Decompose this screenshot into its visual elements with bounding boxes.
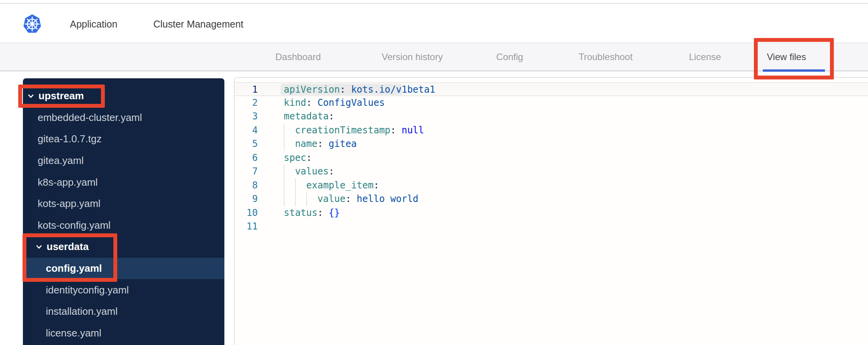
line-number: 11 — [234, 220, 258, 234]
tree-file-gitea-1-0-7-tgz[interactable]: gitea-1.0.7.tgz — [23, 128, 224, 150]
tree-file-embedded-cluster-yaml[interactable]: embedded-cluster.yaml — [23, 107, 224, 129]
header-tab-application[interactable]: Application — [70, 4, 117, 42]
line-number: 6 — [234, 151, 258, 165]
subnav-tab-view-files[interactable]: View files — [767, 43, 806, 71]
token-plain — [345, 84, 351, 95]
code-line-10: 10status: {} — [234, 206, 868, 220]
app-subnav: DashboardVersion historyConfigTroublesho… — [0, 43, 868, 71]
tree-folder-upstream[interactable]: upstream — [23, 85, 224, 107]
line-number: 4 — [234, 124, 258, 138]
token-key: spec — [284, 152, 306, 163]
code-line-content: value: hello world — [284, 192, 418, 206]
token-punct: : — [306, 97, 312, 108]
chevron-down-icon — [28, 94, 34, 98]
token-punct: : — [318, 207, 323, 218]
token-key: value — [318, 193, 345, 204]
token-kw: null — [401, 125, 424, 136]
tree-folder-userdata[interactable]: userdata — [23, 236, 224, 258]
file-tree-sidebar: upstreamembedded-cluster.yamlgitea-1.0.7… — [23, 78, 224, 345]
tree-file-installation-yaml[interactable]: installation.yaml — [23, 301, 224, 323]
code-line-content: metadata: — [284, 110, 334, 124]
token-punct: : — [391, 125, 396, 136]
token-punct: : — [373, 180, 379, 191]
token-bracket: {} — [329, 207, 340, 218]
token-key: values — [295, 166, 329, 177]
token-str: kots.io/v1beta1 — [351, 84, 435, 95]
code-line-5: 5 name: gitea — [234, 137, 868, 151]
file-content-editor[interactable]: 1apiVersion: kots.io/v1beta12kind: Confi… — [234, 77, 868, 345]
code-indent — [284, 180, 306, 191]
folder-label: upstream — [38, 90, 84, 102]
code-line-6: 6spec: — [234, 151, 868, 165]
subnav-tab-config[interactable]: Config — [496, 43, 523, 71]
active-subnav-tab-underline — [763, 69, 825, 72]
token-key: name — [295, 138, 318, 149]
tree-file-k8s-app-yaml[interactable]: k8s-app.yaml — [23, 171, 224, 193]
token-key: creationTimestamp — [295, 125, 391, 136]
token-key: metadata — [284, 111, 329, 122]
token-plain — [323, 207, 328, 218]
line-number: 3 — [234, 110, 258, 124]
token-str: gitea — [329, 138, 357, 149]
subnav-tab-dashboard[interactable]: Dashboard — [275, 43, 321, 71]
code-indent — [284, 166, 295, 177]
token-punct: : — [345, 193, 351, 204]
line-number: 10 — [234, 206, 258, 220]
code-indent — [284, 138, 295, 149]
tree-file-identityconfig-yaml[interactable]: identityconfig.yaml — [23, 279, 224, 301]
code-line-7: 7 values: — [234, 165, 868, 179]
code-line-1[interactable]: 1apiVersion: kots.io/v1beta1 — [234, 82, 868, 96]
line-number: 1 — [234, 83, 258, 95]
token-plain — [351, 193, 356, 204]
tree-file-kots-app-yaml[interactable]: kots-app.yaml — [23, 193, 224, 215]
tree-file-config-yaml[interactable]: config.yaml — [23, 258, 224, 279]
code-line-content: name: gitea — [284, 137, 357, 151]
file-label: license.yaml — [46, 327, 101, 339]
subnav-tab-version-history[interactable]: Version history — [382, 43, 443, 71]
token-key: example_item — [306, 180, 373, 191]
file-label: embedded-cluster.yaml — [38, 112, 142, 124]
token-plain — [323, 138, 328, 149]
code-line-11: 11 — [234, 220, 868, 234]
tree-file-gitea-yaml[interactable]: gitea.yaml — [23, 150, 224, 172]
folder-label: userdata — [47, 241, 89, 253]
file-label: kots-config.yaml — [38, 219, 111, 231]
code-line-content: kind: ConfigValues — [284, 96, 385, 110]
code-line-content: creationTimestamp: null — [284, 124, 424, 138]
token-key: status — [284, 207, 318, 218]
code-indent — [284, 125, 295, 136]
subnav-tab-troubleshoot[interactable]: Troubleshoot — [578, 43, 632, 71]
code-line-8: 8 example_item: — [234, 179, 868, 193]
code-indent — [284, 193, 318, 204]
kubernetes-logo-icon — [23, 14, 41, 34]
code-line-content: apiVersion: kots.io/v1beta1 — [284, 83, 435, 95]
file-label: gitea.yaml — [38, 155, 84, 167]
token-str: ConfigValues — [318, 97, 385, 108]
subnav-tab-license[interactable]: License — [689, 43, 721, 71]
line-number: 5 — [234, 137, 258, 151]
token-key: apiVersion — [284, 84, 340, 95]
token-punct: : — [329, 166, 334, 177]
line-number: 2 — [234, 96, 258, 110]
header-tab-cluster-management[interactable]: Cluster Management — [153, 4, 243, 42]
code-line-content: example_item: — [284, 179, 379, 193]
token-plain — [396, 125, 401, 136]
kots-admin-console: ApplicationCluster Management DashboardV… — [0, 0, 868, 345]
code-line-3: 3metadata: — [234, 110, 868, 124]
file-label: installation.yaml — [46, 305, 118, 317]
file-label: config.yaml — [46, 262, 102, 274]
file-label: gitea-1.0.7.tgz — [38, 133, 102, 145]
code-line-content: status: {} — [284, 206, 340, 220]
tree-file-license-yaml[interactable]: license.yaml — [23, 323, 224, 344]
tree-file-kots-config-yaml[interactable]: kots-config.yaml — [23, 215, 224, 236]
line-number: 8 — [234, 179, 258, 193]
code-line-9: 9 value: hello world — [234, 192, 868, 206]
token-punct: : — [340, 84, 345, 95]
token-punct: : — [318, 138, 323, 149]
file-label: kots-app.yaml — [38, 198, 101, 210]
line-number: 7 — [234, 165, 258, 179]
code-line-4: 4 creationTimestamp: null — [234, 124, 868, 138]
line-number: 9 — [234, 192, 258, 206]
token-key: kind — [284, 97, 306, 108]
code-line-content: spec: — [284, 151, 312, 165]
